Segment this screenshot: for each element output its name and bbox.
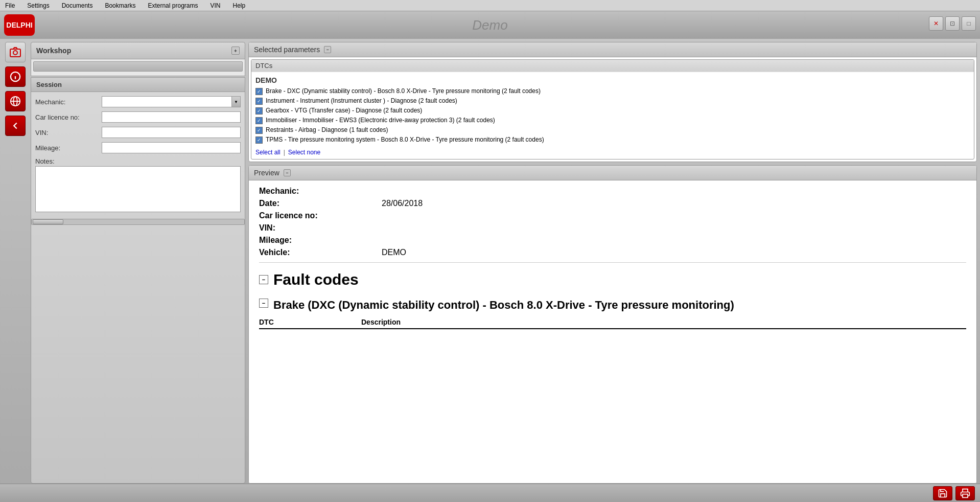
- preview-date-value: 28/06/2018: [382, 199, 423, 208]
- dtc-item: ✓ TPMS - Tire pressure monitoring system…: [255, 135, 970, 145]
- titlebar: DELPHI Demo ✕ ⊡ □: [0, 11, 980, 39]
- workshop-title: Workshop: [36, 47, 71, 55]
- preview-title: Preview: [254, 169, 279, 177]
- select-all-link[interactable]: Select all: [255, 149, 281, 156]
- www-button[interactable]: [5, 91, 26, 111]
- svg-point-1: [13, 51, 17, 55]
- brake-subsection-label: Brake (DXC (Dynamic stability control) -…: [273, 299, 734, 312]
- session-header: Session: [31, 78, 245, 92]
- delphi-logo: DELPHI: [4, 14, 35, 36]
- dtcs-header: DTCs: [251, 60, 974, 72]
- mechanic-select[interactable]: [102, 96, 241, 107]
- workshop-panel: Workshop +: [31, 42, 245, 76]
- fault-codes-section-title: − Fault codes: [259, 271, 966, 288]
- dtc-label-0: Brake - DXC (Dynamic stability control) …: [266, 87, 541, 95]
- selected-params-collapse-button[interactable]: −: [324, 46, 331, 53]
- maximize-button[interactable]: □: [962, 16, 976, 31]
- menu-external-programs[interactable]: External programs: [146, 1, 200, 10]
- dtc-checkbox-0[interactable]: ✓: [255, 88, 263, 95]
- selected-params-panel: Selected parameters − DTCs DEMO ✓ Brake …: [248, 42, 977, 162]
- preview-vehicle-value: DEMO: [382, 248, 406, 257]
- preview-vehicle-label: Vehicle:: [259, 248, 382, 257]
- preview-body: Mechanic: Date: 28/06/2018 Car licence n…: [249, 180, 976, 483]
- dtc-label-2: Gearbox - VTG (Transfer case) - Diagnose…: [266, 107, 422, 114]
- menu-documents[interactable]: Documents: [60, 1, 95, 10]
- workshop-expand-button[interactable]: +: [231, 47, 240, 55]
- mechanic-label: Mechanic:: [35, 98, 102, 106]
- select-links-row: Select all | Select none: [251, 147, 974, 159]
- preview-carlicence-label: Car licence no:: [259, 211, 382, 220]
- preview-mileage-row: Mileage:: [259, 236, 966, 245]
- restore-button[interactable]: ⊡: [945, 16, 960, 31]
- dtc-checkbox-3[interactable]: ✓: [255, 117, 263, 124]
- menu-help[interactable]: Help: [231, 1, 248, 10]
- dtc-label-5: TPMS - Tire pressure monitoring system -…: [266, 136, 544, 143]
- dtc-item: ✓ Gearbox - VTG (Transfer case) - Diagno…: [255, 106, 970, 116]
- dtc-label-3: Immobiliser - Immobiliser - EWS3 (Electr…: [266, 117, 495, 124]
- brake-subsection: − Brake (DXC (Dynamic stability control)…: [259, 299, 966, 329]
- mileage-label: Mileage:: [35, 144, 102, 152]
- car-licence-label: Car licence no:: [35, 113, 102, 121]
- dtcs-panel: DTCs DEMO ✓ Brake - DXC (Dynamic stabili…: [251, 59, 974, 159]
- print-button[interactable]: [955, 486, 975, 500]
- save-button[interactable]: [933, 486, 952, 500]
- menu-file[interactable]: File: [3, 1, 17, 10]
- select-none-link[interactable]: Select none: [288, 149, 320, 156]
- app-title: Demo: [472, 17, 507, 33]
- selected-params-title: Selected parameters: [254, 45, 320, 54]
- back-button[interactable]: [5, 116, 26, 136]
- car-licence-row: Car licence no:: [35, 111, 241, 123]
- dtc-checkbox-4[interactable]: ✓: [255, 127, 263, 134]
- workshop-content: [31, 59, 245, 76]
- preview-collapse-button[interactable]: −: [284, 169, 291, 176]
- sidebar-scrollbar[interactable]: [31, 219, 245, 225]
- right-panel: Selected parameters − DTCs DEMO ✓ Brake …: [248, 42, 977, 484]
- menu-vin[interactable]: VIN: [208, 1, 222, 10]
- preview-date-row: Date: 28/06/2018: [259, 199, 966, 208]
- table-dtc-header: DTC: [259, 318, 361, 326]
- workshop-name-bar: [33, 61, 243, 72]
- fault-codes-collapse-icon[interactable]: −: [259, 275, 268, 284]
- bottom-toolbar: [0, 484, 980, 502]
- preview-vin-row: VIN:: [259, 223, 966, 233]
- preview-carlicence-row: Car licence no:: [259, 211, 966, 220]
- dtc-item: ✓ Restraints - Airbag - Diagnose (1 faul…: [255, 125, 970, 135]
- menu-bookmarks[interactable]: Bookmarks: [103, 1, 137, 10]
- preview-vehicle-row: Vehicle: DEMO: [259, 248, 966, 257]
- dtc-label-1: Instrument - Instrument (Instrument clus…: [266, 97, 457, 104]
- menu-settings[interactable]: Settings: [25, 1, 51, 10]
- sidebar-scrollbar-thumb: [33, 219, 63, 224]
- notes-row: Notes:: [35, 157, 241, 214]
- workshop-header: Workshop +: [31, 42, 245, 59]
- info-button[interactable]: [5, 66, 26, 87]
- vin-input[interactable]: [102, 127, 241, 138]
- icon-bar: [0, 39, 31, 139]
- close-button[interactable]: ✕: [929, 16, 943, 31]
- dtc-checkbox-5[interactable]: ✓: [255, 136, 263, 144]
- dtc-checkbox-2[interactable]: ✓: [255, 107, 263, 115]
- menubar: File Settings Documents Bookmarks Extern…: [0, 0, 980, 11]
- preview-header: Preview −: [249, 166, 976, 180]
- mechanic-row: Mechanic: ▼: [35, 96, 241, 107]
- brake-collapse-icon[interactable]: −: [259, 299, 268, 308]
- preview-mechanic-label: Mechanic:: [259, 187, 382, 196]
- mileage-input[interactable]: [102, 142, 241, 153]
- dtc-checkbox-1[interactable]: ✓: [255, 98, 263, 105]
- notes-textarea[interactable]: [35, 166, 241, 212]
- vin-label: VIN:: [35, 129, 102, 136]
- preview-panel: Preview − Mechanic: Date: 28/06/2018 Car…: [248, 165, 977, 484]
- preview-mileage-label: Mileage:: [259, 236, 382, 245]
- preview-date-label: Date:: [259, 199, 382, 208]
- notes-label: Notes:: [35, 157, 55, 165]
- svg-rect-8: [963, 494, 968, 497]
- table-description-header: Description: [361, 318, 966, 326]
- session-body: Mechanic: ▼ Car licence no: VIN:: [31, 92, 245, 218]
- camera-button[interactable]: [5, 42, 26, 62]
- select-separator: |: [284, 149, 285, 156]
- brake-subsection-title: − Brake (DXC (Dynamic stability control)…: [259, 299, 966, 312]
- dtcs-demo-label: DEMO: [255, 74, 970, 86]
- car-licence-input[interactable]: [102, 111, 241, 123]
- session-panel: Session Mechanic: ▼ Car licence no:: [31, 77, 245, 484]
- selected-params-header: Selected parameters −: [249, 42, 976, 57]
- dtc-item: ✓ Immobiliser - Immobiliser - EWS3 (Elec…: [255, 116, 970, 125]
